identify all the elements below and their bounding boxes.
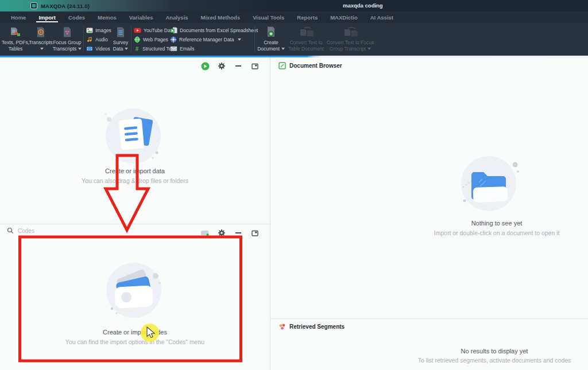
reference-manager-icon bbox=[170, 36, 177, 43]
ribbon-button-reference-manager-data[interactable]: Reference Manager Data bbox=[170, 36, 258, 43]
panel-minimize-button[interactable] bbox=[234, 61, 243, 71]
undock-icon bbox=[252, 63, 258, 69]
ribbon-button-web-pages[interactable]: Web Pages bbox=[134, 36, 176, 43]
new-code-button[interactable] bbox=[200, 228, 210, 237]
tab-mixed-methods[interactable]: Mixed Methods bbox=[195, 11, 247, 23]
app-title: MAXQDA (24.11.0) bbox=[41, 3, 90, 9]
transcripts-icon bbox=[35, 25, 47, 40]
ribbon-button-transcripts[interactable]: Transcripts bbox=[30, 25, 52, 52]
project-title: maxqda coding bbox=[343, 2, 383, 9]
tab-ai-assist[interactable]: AI Assist bbox=[364, 11, 400, 23]
chevron-down-icon bbox=[78, 48, 82, 50]
menu-bar: Home Import Codes Memos Variables Analys… bbox=[0, 11, 588, 23]
empty-subtitle: To list retrieved segments, activate doc… bbox=[400, 357, 588, 364]
tab-reports[interactable]: Reports bbox=[291, 11, 324, 23]
ribbon-button-convert-text-to-table-document: Convert Text to Table Document bbox=[287, 25, 325, 52]
codes-panel: Codes Create or imp bbox=[0, 224, 270, 370]
texts-pdfs-tables-icon bbox=[9, 25, 22, 40]
tab-variables[interactable]: Variables bbox=[123, 11, 160, 23]
undock-icon bbox=[252, 230, 258, 236]
ribbon: Texts, PDFs, Tables Transcripts Focus Gr… bbox=[0, 23, 588, 56]
ribbon-button-videos[interactable]: Videos bbox=[86, 45, 111, 52]
panel-title-label: Document Browser bbox=[289, 63, 342, 69]
import-data-icon bbox=[201, 62, 210, 71]
maxqda-logo-icon bbox=[30, 2, 37, 9]
empty-title: Nothing to see yet bbox=[405, 220, 588, 227]
codes-search-input[interactable]: Codes bbox=[7, 227, 34, 234]
ribbon-media-group: Images Audio Videos bbox=[86, 27, 111, 52]
ribbon-button-emails[interactable]: Emails bbox=[170, 45, 258, 52]
convert-to-focus-group-icon bbox=[342, 25, 359, 40]
panel-undock-button[interactable] bbox=[250, 228, 260, 237]
ribbon-button-focus-group-transcripts[interactable]: Focus Group Transcripts bbox=[52, 25, 82, 52]
document-browser-header: Document Browser bbox=[278, 62, 342, 69]
codes-empty-illustration bbox=[102, 259, 165, 322]
codes-toolbar bbox=[200, 228, 260, 237]
minimize-icon bbox=[235, 232, 241, 233]
images-icon bbox=[86, 27, 93, 34]
retrieved-segments-panel: Retrieved Segments No results to display… bbox=[270, 318, 588, 370]
structured-text-icon: # bbox=[134, 46, 140, 52]
tab-codes[interactable]: Codes bbox=[62, 11, 91, 23]
empty-subtitle: You can also drag & drop files or folder… bbox=[0, 177, 270, 184]
document-system-empty-state: Create or import data You can also drag … bbox=[0, 168, 270, 184]
empty-title: Create or import data bbox=[0, 168, 270, 174]
focus-group-transcripts-icon bbox=[61, 25, 73, 40]
chevron-down-icon bbox=[125, 48, 128, 50]
chevron-down-icon bbox=[281, 48, 285, 50]
ribbon-button-texts-pdfs-tables[interactable]: Texts, PDFs, Tables bbox=[1, 25, 30, 52]
ribbon-button-documents-from-excel[interactable]: Documents from Excel Spreadsheet bbox=[170, 27, 258, 34]
ribbon-separator bbox=[83, 26, 84, 52]
ribbon-button-create-document[interactable]: Create Document bbox=[256, 25, 286, 52]
edit-document-icon bbox=[278, 62, 286, 69]
tab-memos[interactable]: Memos bbox=[91, 11, 123, 23]
gear-icon bbox=[218, 62, 226, 70]
ribbon-button-survey-data[interactable]: Survey Data bbox=[111, 25, 130, 52]
browser-empty-state: Nothing to see yet Import or double-clic… bbox=[405, 220, 588, 236]
ribbon-button-youtube-data[interactable]: YouTube Data bbox=[134, 27, 176, 34]
retrieved-segments-header: Retrieved Segments bbox=[278, 323, 345, 330]
import-data-button[interactable] bbox=[200, 61, 210, 71]
excel-icon bbox=[170, 27, 177, 34]
documents-empty-illustration bbox=[102, 104, 165, 168]
panel-undock-button[interactable] bbox=[250, 61, 260, 71]
panel-settings-button[interactable] bbox=[217, 228, 226, 237]
codes-search-placeholder: Codes bbox=[18, 228, 34, 234]
tab-analysis[interactable]: Analysis bbox=[159, 11, 194, 23]
ribbon-separator bbox=[131, 26, 131, 52]
tab-import[interactable]: Import bbox=[32, 11, 62, 23]
tab-home[interactable]: Home bbox=[5, 11, 32, 23]
ribbon-button-structured-text[interactable]: # Structured Text bbox=[134, 45, 176, 52]
create-document-icon bbox=[265, 25, 277, 40]
empty-title: Create or import codes bbox=[0, 329, 270, 336]
retrieved-empty-state: No results to display yet To list retrie… bbox=[400, 348, 588, 364]
retrieved-segments-icon bbox=[278, 323, 286, 330]
panel-minimize-button[interactable] bbox=[234, 228, 243, 237]
ribbon-button-convert-text-to-focus-group-transcript: Convert Text to Focus Group Transcript bbox=[326, 25, 375, 52]
empty-title: No results to display yet bbox=[400, 348, 588, 355]
gear-icon bbox=[218, 229, 226, 237]
minimize-icon bbox=[235, 65, 241, 67]
ribbon-separator bbox=[254, 26, 255, 52]
document-browser-panel: Document Browser Nothing to see yet Impo… bbox=[270, 57, 588, 318]
ribbon-button-images[interactable]: Images bbox=[86, 27, 111, 34]
convert-to-table-icon bbox=[297, 25, 315, 40]
document-system-toolbar bbox=[200, 61, 260, 71]
empty-subtitle: Import or double-click on a document to … bbox=[405, 229, 588, 236]
search-icon bbox=[7, 227, 14, 234]
chevron-down-icon bbox=[40, 48, 44, 50]
tab-visual-tools[interactable]: Visual Tools bbox=[246, 11, 291, 23]
document-system-panel: Create or import data You can also drag … bbox=[0, 57, 270, 224]
title-bar: MAXQDA (24.11.0) maxqda coding bbox=[0, 0, 588, 11]
new-code-icon bbox=[200, 229, 210, 236]
tab-maxdictio[interactable]: MAXDictio bbox=[324, 11, 364, 23]
audio-icon bbox=[86, 36, 93, 43]
panel-settings-button[interactable] bbox=[217, 61, 226, 71]
emails-icon bbox=[170, 46, 177, 52]
ribbon-import-sources-group: Documents from Excel Spreadsheet Referen… bbox=[170, 27, 258, 52]
youtube-icon bbox=[134, 28, 141, 33]
videos-icon bbox=[86, 45, 93, 52]
ribbon-web-group: YouTube Data Web Pages # Structured Text bbox=[134, 27, 176, 52]
ribbon-button-audio[interactable]: Audio bbox=[86, 36, 111, 43]
codes-empty-state: Create or import codes You can find the … bbox=[0, 329, 270, 345]
